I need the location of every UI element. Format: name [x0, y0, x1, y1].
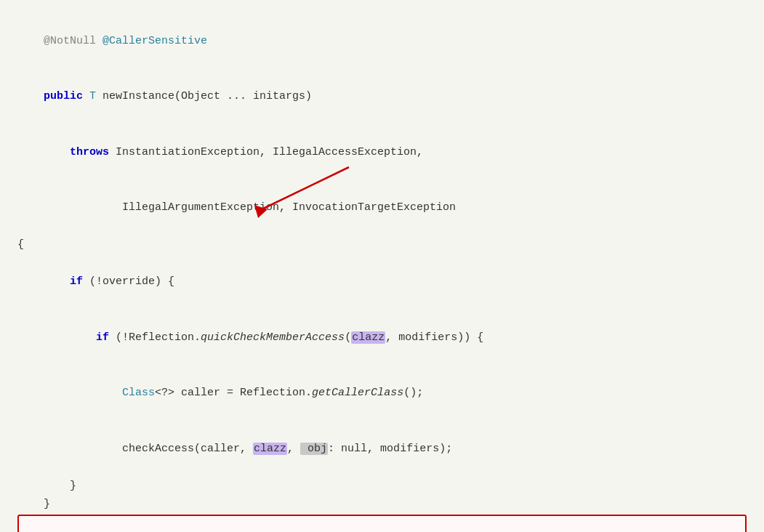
throws-line1: throws InstantiationException, IllegalAc… [17, 124, 747, 180]
public-keyword: public [44, 90, 83, 102]
class-caller-line: Class<?> caller = Reflection.getCallerCl… [17, 366, 747, 422]
not-null-annotation: @NotNull [44, 35, 96, 47]
if-override: if (!override) { [17, 254, 747, 310]
annotation-line: @NotNull @CallerSensitive [17, 13, 747, 69]
get-caller-method: getCallerClass [312, 387, 403, 399]
class-type: Class [122, 387, 155, 399]
clazz-highlight-1: clazz [351, 331, 385, 344]
if-keyword-2: if [96, 331, 109, 344]
inner-close-brace: } [17, 477, 747, 496]
quick-check-method: quickCheckMemberAccess [201, 331, 345, 344]
throws-keyword: throws [70, 146, 109, 158]
obj-highlight: obj [300, 443, 328, 455]
caller-sensitive-annotation: @CallerSensitive [102, 35, 207, 47]
method-signature: public T newInstance(Object ... initargs… [17, 69, 747, 125]
open-brace: { [17, 235, 747, 254]
highlighted-block: if ((clazz.getModifiers() & Modifier.ENU… [17, 514, 747, 533]
outer-close-brace: } [17, 495, 747, 514]
check-access-line: checkAccess(caller, clazz, obj: null, mo… [17, 421, 747, 477]
if-enum-line: if ((clazz.getModifiers() & Modifier.ENU… [22, 517, 742, 533]
clazz-highlight-2: clazz [253, 443, 287, 455]
if-keyword-1: if [70, 275, 83, 288]
if-reflection: if (!Reflection.quickCheckMemberAccess(c… [17, 310, 747, 366]
throws-line2: IllegalArgumentException, InvocationTarg… [17, 180, 747, 236]
